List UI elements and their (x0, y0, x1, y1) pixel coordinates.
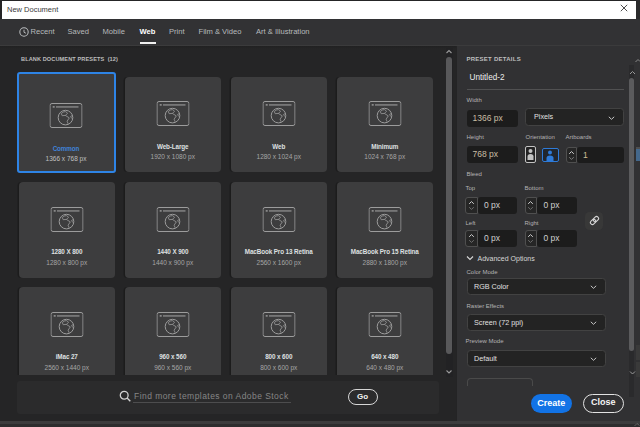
preview-mode-dropdown[interactable]: Default (467, 350, 606, 368)
tab-art-illustration[interactable]: Art & Illustration (256, 19, 310, 44)
link-icon (589, 215, 600, 226)
close-icon (613, 1, 635, 19)
stepper-arrows-icon (468, 233, 475, 244)
height-input[interactable]: 768 px (467, 146, 518, 163)
card-icon-wrap (262, 207, 295, 236)
web-globe-icon (262, 312, 295, 337)
web-globe-icon (156, 101, 189, 126)
preset-name: 1280 X 800 (19, 248, 116, 255)
search-input[interactable]: Find more templates on Adobe Stock (134, 381, 289, 412)
stepper-arrows-icon (527, 200, 534, 211)
close-button[interactable]: Close (583, 394, 625, 413)
units-dropdown[interactable]: Pixels (525, 108, 624, 126)
advanced-options-label: Advanced Options (478, 255, 535, 262)
preset-name: Web (231, 143, 328, 150)
bleed-bottom-input[interactable]: 0 px (537, 197, 577, 214)
bleed-left-label: Left (466, 220, 476, 226)
chevron-down-icon (590, 283, 597, 291)
preset-details-panel: PRESET DETAILS Untitled-2 Width 1366 px … (457, 45, 640, 421)
details-scroll-up-icon[interactable] (629, 70, 636, 76)
color-mode-value: RGB Color (474, 282, 509, 291)
chevron-down-icon (466, 254, 474, 262)
card-icon-wrap (262, 101, 295, 130)
bleed-right-input[interactable]: 0 px (537, 230, 577, 247)
edge-artifact (636, 362, 640, 377)
bleed-bottom-stepper[interactable] (525, 197, 538, 214)
stepper-arrows-icon (468, 200, 475, 211)
preset-card-640-x-480[interactable]: 640 x 480640 x 480 px (337, 287, 434, 375)
create-button[interactable]: Create (531, 394, 573, 413)
bleed-top-stepper[interactable] (465, 197, 478, 214)
preset-card-macbook-pro-15-retina[interactable]: MacBook Pro 15 Retina2880 x 1800 px (337, 182, 434, 278)
bleed-bottom-label: Bottom (525, 185, 544, 191)
preset-card-1280-x-800[interactable]: 1280 X 8001280 x 800 px (19, 182, 116, 278)
preset-dimensions: 1280 x 800 px (19, 259, 116, 266)
titlebar-right-gap (636, 0, 640, 19)
presets-scroll-down-icon[interactable] (445, 369, 453, 375)
tab-saved[interactable]: Saved (68, 19, 90, 44)
preset-card-1440-x-900[interactable]: 1440 X 9001440 x 900 px (125, 182, 222, 278)
bleed-top-input[interactable]: 0 px (478, 197, 518, 214)
artboards-input[interactable]: 1 (577, 147, 624, 164)
preset-name: Web-Large (125, 143, 222, 150)
tab-mobile[interactable]: Mobile (103, 19, 125, 44)
bleed-left-input[interactable]: 0 px (478, 230, 518, 247)
document-name-input[interactable]: Untitled-2 (470, 73, 505, 82)
tabbar: RecentSavedMobileWebPrintFilm & VideoArt… (0, 19, 640, 45)
presets-panel: BLANK DOCUMENT PRESETS (12) Common1366 x… (0, 46, 456, 421)
card-icon-wrap (368, 207, 401, 236)
go-button[interactable]: Go (348, 389, 378, 405)
presets-scrollbar-thumb[interactable] (446, 57, 453, 354)
orientation-landscape-button[interactable] (542, 148, 559, 163)
web-globe-icon (368, 312, 401, 337)
preset-dimensions: 2880 x 1800 px (337, 259, 434, 266)
tab-film-video[interactable]: Film & Video (199, 19, 242, 44)
preset-name: 800 x 600 (231, 353, 328, 360)
preset-card-960-x-560[interactable]: 960 x 560960 x 560 px (125, 287, 222, 375)
edge-artifact-chevron (635, 57, 640, 65)
preset-card-macbook-pro-13-retina[interactable]: MacBook Pro 13 Retina2560 x 1600 px (231, 182, 328, 278)
details-scrollbar-thumb[interactable] (629, 78, 635, 351)
preset-name: 640 x 480 (337, 353, 434, 360)
artboards-stepper[interactable] (566, 147, 577, 164)
preset-card-800-x-600[interactable]: 800 x 600800 x 600 px (231, 287, 328, 375)
web-globe-icon (368, 207, 401, 232)
bleed-label: Bleed (467, 171, 482, 177)
window-close-button[interactable] (613, 1, 635, 19)
preset-card-minimum[interactable]: Minimum1024 x 768 px (337, 77, 434, 173)
web-globe-icon (50, 103, 83, 128)
bleed-right-label: Right (525, 220, 539, 226)
width-input[interactable]: 1366 px (467, 110, 518, 127)
preset-name: 960 x 560 (125, 353, 222, 360)
bleed-right-stepper[interactable] (525, 230, 538, 247)
color-mode-dropdown[interactable]: RGB Color (467, 278, 606, 296)
preset-card-imac-27[interactable]: iMac 272560 x 1440 px (19, 287, 116, 375)
landscape-person-icon (543, 149, 557, 161)
width-label: Width (467, 97, 482, 103)
artboards-label: Artboards (566, 134, 592, 140)
orientation-label: Orientation (526, 134, 555, 140)
raster-effects-dropdown[interactable]: Screen (72 ppi) (467, 314, 606, 332)
bleed-link-button[interactable] (585, 212, 603, 230)
preset-card-common[interactable]: Common1366 x 768 px (17, 72, 116, 173)
raster-effects-value: Screen (72 ppi) (474, 318, 523, 327)
search-icon (119, 390, 132, 403)
preset-card-web-large[interactable]: Web-Large1920 x 1080 px (125, 77, 222, 173)
window-title: New Document (7, 1, 58, 19)
card-icon-wrap (50, 207, 83, 236)
details-scroll-down-icon[interactable] (629, 370, 636, 376)
tab-print[interactable]: Print (169, 19, 185, 44)
preset-card-web[interactable]: Web1280 x 1024 px (231, 77, 328, 173)
active-tab-underline (140, 42, 156, 44)
tab-web[interactable]: Web (140, 19, 156, 44)
presets-heading-text: BLANK DOCUMENT PRESETS (21, 56, 104, 62)
tab-recent[interactable]: Recent (31, 19, 55, 44)
advanced-options-toggle[interactable]: Advanced Options (466, 254, 535, 262)
presets-scroll-up-icon[interactable] (445, 49, 453, 55)
preset-details-heading: PRESET DETAILS (467, 56, 521, 62)
bleed-left-stepper[interactable] (465, 230, 478, 247)
card-icon-wrap (368, 312, 401, 341)
preset-name: Minimum (337, 143, 434, 150)
orientation-portrait-button[interactable] (525, 146, 536, 163)
stepper-arrows-icon (568, 150, 575, 161)
